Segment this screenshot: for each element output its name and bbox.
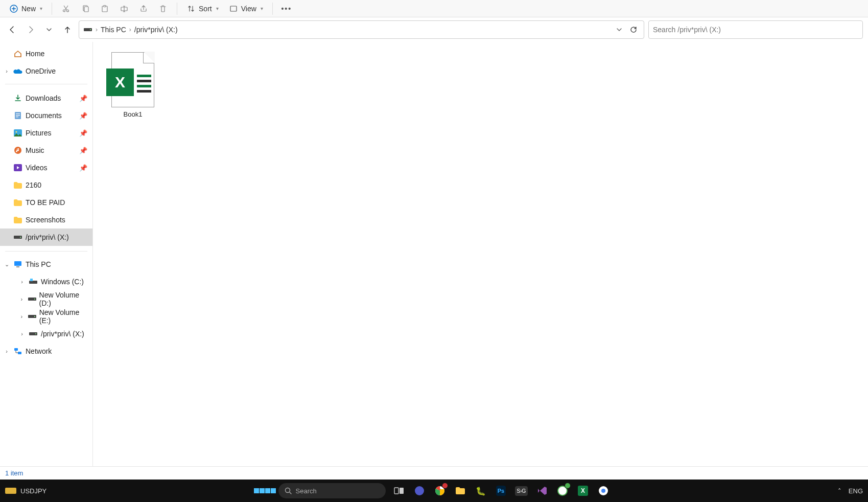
ticker-label: USDJPY [20, 487, 46, 495]
taskbar-app-excel[interactable]: X [576, 484, 590, 498]
svg-rect-21 [14, 261, 21, 266]
view-button[interactable]: View ▾ [225, 2, 267, 15]
language-indicator[interactable]: ENG [849, 487, 863, 495]
taskbar-app-visual-studio[interactable] [535, 484, 549, 498]
taskbar-app-generic3[interactable] [555, 484, 570, 498]
back-button[interactable] [5, 22, 19, 37]
separator [52, 3, 52, 15]
sidebar-item-this-pc[interactable]: ⌄ This PC [0, 256, 92, 273]
visual-studio-icon [537, 486, 547, 496]
refresh-button[interactable] [627, 24, 640, 36]
address-dropdown-button[interactable] [614, 25, 624, 35]
cut-button[interactable] [57, 2, 75, 15]
breadcrumb-current[interactable]: /priv*priv\ (X:) [134, 26, 178, 34]
file-item[interactable]: XBook1 [102, 49, 163, 121]
chevron-right-icon[interactable]: › [3, 348, 10, 354]
svg-point-37 [415, 486, 424, 495]
rename-button[interactable] [115, 2, 133, 15]
svg-rect-13 [16, 115, 20, 116]
sidebar-item-label: New Volume (D:) [39, 291, 87, 307]
recent-locations-button[interactable] [42, 22, 56, 37]
forward-button[interactable] [24, 22, 38, 37]
music-icon [13, 146, 22, 155]
folder-icon [13, 198, 22, 207]
sidebar-item-network[interactable]: › Network [0, 343, 92, 360]
drive-icon [28, 294, 36, 304]
svg-rect-4 [84, 7, 88, 12]
task-view-icon [394, 487, 404, 495]
taskbar-search[interactable]: Search [278, 483, 386, 498]
share-button[interactable] [135, 2, 152, 15]
sidebar-item-label: OneDrive [26, 67, 56, 75]
chevron-right-icon[interactable]: › [18, 279, 26, 285]
svg-rect-33 [5, 488, 16, 494]
delete-button[interactable] [154, 2, 172, 15]
more-button[interactable]: ••• [278, 2, 295, 15]
paste-button[interactable] [96, 2, 113, 15]
up-button[interactable] [60, 22, 75, 37]
rename-icon [120, 4, 129, 13]
taskbar-app-explorer[interactable] [453, 484, 467, 498]
cloud-icon [13, 66, 22, 76]
sidebar-item-onedrive[interactable]: › OneDrive [0, 62, 92, 80]
sidebar-item-quick[interactable]: Downloads📌 [0, 89, 92, 107]
sidebar-item-drive[interactable]: ›Windows (C:) [0, 273, 92, 290]
cut-icon [61, 4, 71, 13]
status-bar: 1 item [0, 466, 868, 480]
main-area: Home › OneDrive Downloads📌Documents📌Pict… [0, 42, 868, 466]
sidebar-item-quick[interactable]: Music📌 [0, 142, 92, 159]
sort-label: Sort [199, 5, 212, 13]
svg-rect-24 [30, 279, 33, 281]
sidebar-item-quick[interactable]: 2160 [0, 176, 92, 194]
sidebar-item-quick[interactable]: Pictures📌 [0, 124, 92, 142]
sidebar-item-label: Screenshots [26, 216, 65, 224]
taskbar-app-generic1[interactable]: 🐛 [474, 484, 488, 498]
sidebar-item-drive[interactable]: ›/priv*priv\ (X:) [0, 325, 92, 343]
svg-point-34 [285, 488, 290, 493]
sidebar-item-quick[interactable]: /priv*priv\ (X:) [0, 229, 92, 246]
drive-icon [29, 277, 38, 286]
chevron-right-icon[interactable]: › [18, 296, 25, 302]
copy-button[interactable] [77, 2, 94, 15]
download-icon [13, 94, 22, 103]
taskbar-app-chrome2[interactable] [596, 484, 611, 498]
sidebar-item-drive[interactable]: ›New Volume (E:) [0, 308, 92, 325]
sidebar-item-label: This PC [26, 260, 51, 268]
taskbar-app-teams[interactable] [412, 484, 427, 498]
tray-chevron-icon[interactable]: ˄ [838, 487, 841, 495]
home-icon [13, 49, 22, 58]
sidebar-item-quick[interactable]: Screenshots [0, 211, 92, 229]
pin-icon: 📌 [79, 129, 87, 137]
sidebar-item-quick[interactable]: TO BE PAID [0, 194, 92, 211]
drive-icon [13, 233, 22, 242]
item-count: 1 item [5, 469, 23, 477]
svg-rect-32 [18, 352, 21, 354]
address-bar[interactable]: › This PC › /priv*priv\ (X:) [79, 20, 644, 39]
trash-icon [158, 4, 168, 13]
videos-icon [13, 163, 22, 172]
taskbar-widgets[interactable]: USDJPY [5, 487, 46, 495]
file-pane[interactable]: XBook1 [93, 42, 868, 466]
sidebar-item-home[interactable]: Home [0, 45, 92, 62]
folder-icon [13, 180, 22, 190]
sidebar-item-quick[interactable]: Videos📌 [0, 159, 92, 176]
taskbar-app-chrome[interactable] [433, 484, 447, 498]
chevron-down-icon[interactable]: ⌄ [3, 261, 10, 268]
sidebar-item-quick[interactable]: Documents📌 [0, 107, 92, 124]
sidebar-item-drive[interactable]: ›New Volume (D:) [0, 290, 92, 308]
breadcrumb-root[interactable]: This PC [101, 26, 126, 34]
sidebar-item-label: New Volume (E:) [39, 308, 87, 325]
taskbar-app-generic2[interactable]: S›G [514, 484, 529, 498]
task-view-button[interactable] [392, 484, 406, 498]
chevron-right-icon[interactable]: › [18, 331, 26, 337]
start-button[interactable] [258, 484, 272, 498]
search-input[interactable] [653, 26, 858, 34]
sort-button[interactable]: Sort ▾ [182, 2, 223, 15]
search-box[interactable] [648, 20, 863, 39]
folder-icon [13, 215, 22, 224]
new-button[interactable]: New ▾ [5, 2, 46, 15]
network-icon [13, 347, 22, 356]
chevron-right-icon[interactable]: › [18, 313, 25, 320]
taskbar-app-photoshop[interactable]: Ps [494, 484, 508, 498]
chevron-right-icon[interactable]: › [3, 68, 10, 74]
